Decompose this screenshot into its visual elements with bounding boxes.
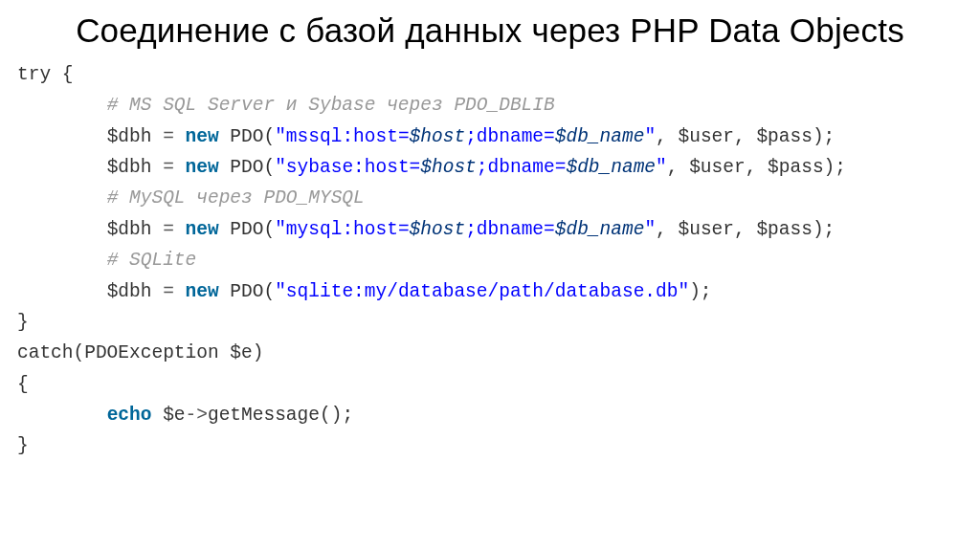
string: ;dbname= [477, 157, 567, 178]
comma: , [656, 126, 678, 147]
var-dbh: $dbh [107, 219, 164, 240]
catch-args-close: ) [253, 342, 264, 363]
keyword-echo: echo [107, 405, 152, 426]
catch-args: (PDOException [74, 342, 231, 363]
var-host: $host [420, 157, 477, 178]
keyword-new: new [186, 281, 219, 302]
var-user: $user [678, 219, 734, 240]
indent [17, 405, 107, 426]
op-eq: = [163, 126, 185, 147]
var-e: $e [230, 342, 252, 363]
var-db: $db_name [566, 157, 656, 178]
brace-close: } [17, 435, 29, 456]
brace-close: } [17, 312, 29, 333]
code-block: try { # MS SQL Server и Sybase через PDO… [17, 59, 963, 462]
var-e: $e [163, 405, 185, 426]
var-host: $host [410, 126, 466, 147]
op-eq: = [163, 281, 185, 302]
rparen-semi: ); [824, 157, 846, 178]
string: " [656, 157, 667, 178]
op-arrow: -> [186, 405, 208, 426]
comma: , [734, 219, 756, 240]
func-getmessage: getMessage(); [208, 405, 353, 426]
var-pass: $pass [756, 219, 813, 240]
op-eq: = [163, 157, 185, 178]
class-pdo: PDO( [219, 157, 276, 178]
keyword-new: new [186, 157, 219, 178]
keyword-try: try [17, 64, 51, 85]
indent [17, 95, 107, 116]
rparen-semi: ); [813, 126, 835, 147]
comma: , [734, 126, 756, 147]
class-pdo: PDO( [219, 219, 276, 240]
var-host: $host [410, 219, 466, 240]
indent [17, 157, 107, 178]
indent [17, 250, 107, 271]
indent [17, 126, 107, 147]
string: ;dbname= [465, 219, 555, 240]
string: ;dbname= [465, 126, 555, 147]
string: "sybase:host= [275, 157, 420, 178]
var-dbh: $dbh [107, 126, 164, 147]
class-pdo: PDO( [219, 281, 276, 302]
comma: , [656, 219, 678, 240]
comma: , [667, 157, 689, 178]
comment: # MS SQL Server и Sybase через PDO_DBLIB [107, 95, 555, 116]
var-dbh: $dbh [107, 281, 164, 302]
string: "mssql:host= [275, 126, 409, 147]
comma: , [746, 157, 768, 178]
class-pdo: PDO( [219, 126, 276, 147]
var-user: $user [689, 157, 746, 178]
var-pass: $pass [756, 126, 813, 147]
brace-open: { [51, 64, 73, 85]
string: " [644, 126, 656, 147]
rparen-semi: ); [813, 219, 835, 240]
var-db: $db_name [555, 219, 645, 240]
var-user: $user [678, 126, 734, 147]
op-eq: = [163, 219, 185, 240]
brace-open: { [17, 374, 29, 395]
comment: # SQLite [107, 250, 197, 271]
keyword-new: new [186, 219, 219, 240]
comment: # MySQL через PDO_MYSQL [107, 187, 365, 209]
var-dbh: $dbh [107, 157, 164, 178]
indent [17, 281, 107, 302]
var-pass: $pass [768, 157, 824, 178]
keyword-new: new [186, 126, 219, 147]
page-title: Соединение с базой данных через PHP Data… [17, 11, 963, 50]
sp [151, 405, 163, 426]
keyword-catch: catch [17, 342, 74, 363]
string: "mysql:host= [275, 219, 409, 240]
string: "sqlite:my/database/path/database.db" [275, 281, 689, 302]
indent [17, 219, 107, 240]
var-db: $db_name [555, 126, 645, 147]
indent [17, 187, 107, 209]
string: " [644, 219, 656, 240]
rparen-semi: ); [689, 281, 711, 302]
